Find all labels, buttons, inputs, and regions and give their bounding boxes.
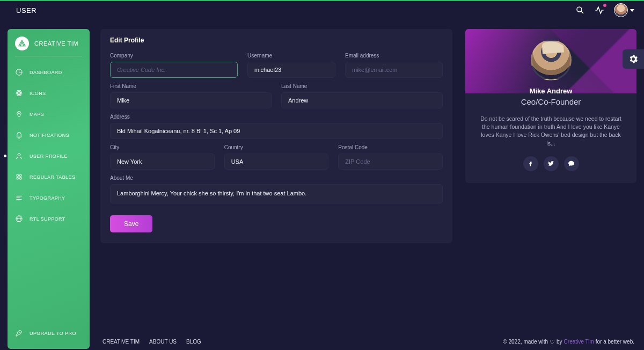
city-input[interactable]	[110, 154, 215, 170]
footer-credit-link[interactable]: Creative Tim	[564, 339, 594, 345]
svg-line-1	[581, 11, 583, 13]
email-input[interactable]	[345, 62, 443, 78]
profile-name: Mike Andrew	[530, 87, 573, 95]
sidebar-item-label: REGULAR TABLES	[30, 174, 75, 180]
sidebar-item-label: DASHBOARD	[30, 70, 62, 75]
account-menu[interactable]	[614, 3, 634, 17]
footer-links: CREATIVE TIM ABOUT US BLOG	[103, 339, 201, 345]
country-input[interactable]	[224, 154, 329, 170]
footer-link-about[interactable]: ABOUT US	[149, 339, 177, 345]
sidebar-item-label: RTL SUPPORT	[30, 216, 65, 222]
divider	[15, 56, 82, 56]
sidebar-item-label: TYPOGRAPHY	[30, 195, 65, 201]
brand-logo-icon	[15, 37, 29, 50]
settings-button[interactable]	[623, 49, 644, 69]
puzzle-icon	[15, 173, 23, 181]
sidebar-item-label: USER PROFILE	[30, 154, 68, 159]
rocket-icon	[15, 329, 23, 337]
save-button[interactable]: Save	[110, 215, 152, 232]
profile-title: Ceo/Co-Founder	[521, 97, 581, 106]
email-label: Email address	[345, 53, 443, 59]
sidebar-item-label: NOTIFICATIONS	[30, 133, 69, 138]
sidebar-item-dashboard[interactable]: DASHBOARD	[8, 62, 90, 83]
profile-socials	[523, 156, 579, 171]
footer: CREATIVE TIM ABOUT US BLOG © 2022, made …	[100, 333, 636, 349]
address-input[interactable]	[110, 123, 443, 139]
profile-bio: Do not be scared of the truth because we…	[476, 115, 626, 148]
twitter-button[interactable]	[544, 156, 559, 171]
profile-card: Mike Andrew Ceo/Co-Founder Do not be sca…	[465, 29, 636, 183]
avatar-icon	[614, 3, 628, 17]
footer-tagline: for a better web.	[596, 339, 634, 345]
footer-made: made with	[523, 339, 548, 345]
sidebar-item-label: ICONS	[30, 91, 46, 96]
sidebar-item-maps[interactable]: MAPS	[8, 104, 90, 125]
svg-point-2	[19, 93, 20, 94]
search-icon[interactable]	[575, 5, 585, 15]
company-input[interactable]	[110, 62, 238, 78]
user-icon	[15, 152, 23, 160]
globe-icon	[15, 215, 23, 223]
footer-by: by	[557, 339, 562, 345]
about-textarea[interactable]	[110, 184, 443, 203]
footer-year: © 2022,	[503, 339, 522, 345]
brand-name: CREATIVE TIM	[34, 40, 78, 47]
sidebar-item-label: MAPS	[30, 112, 44, 117]
sidebar-item-user-profile[interactable]: USER PROFILE	[8, 145, 90, 166]
main: Edit Profile Company Username Email addr…	[100, 29, 636, 349]
svg-point-0	[577, 7, 582, 12]
zip-label: Postal Code	[338, 144, 443, 150]
username-input[interactable]	[247, 62, 335, 78]
notification-dot-icon	[603, 4, 606, 7]
footer-link-blog[interactable]: BLOG	[186, 339, 201, 345]
chevron-down-icon	[630, 9, 634, 12]
lastname-label: Last Name	[281, 83, 443, 89]
bell-icon	[15, 131, 23, 139]
svg-point-6	[18, 113, 20, 114]
svg-point-14	[19, 332, 20, 333]
company-label: Company	[110, 53, 238, 59]
card-title: Edit Profile	[110, 37, 443, 44]
brand[interactable]: CREATIVE TIM	[8, 35, 90, 56]
username-label: Username	[247, 53, 335, 59]
sidebar-item-typography[interactable]: TYPOGRAPHY	[8, 187, 90, 208]
topbar: USER	[0, 1, 644, 19]
edit-profile-card: Edit Profile Company Username Email addr…	[100, 29, 452, 243]
firstname-label: First Name	[110, 83, 272, 89]
chart-pie-icon	[15, 68, 23, 76]
facebook-button[interactable]	[523, 156, 538, 171]
lastname-input[interactable]	[281, 92, 443, 108]
chat-button[interactable]	[564, 156, 579, 171]
heart-icon	[550, 339, 555, 345]
align-icon	[15, 194, 23, 202]
sidebar-item-tables[interactable]: REGULAR TABLES	[8, 166, 90, 187]
zip-input[interactable]	[338, 154, 443, 170]
footer-link-creative-tim[interactable]: CREATIVE TIM	[103, 339, 140, 345]
profile-avatar	[531, 40, 572, 81]
sidebar: CREATIVE TIM DASHBOARD ICONS MAPS NOTIFI…	[8, 29, 90, 349]
svg-point-7	[18, 154, 20, 156]
activity-icon[interactable]	[595, 5, 604, 15]
pin-icon	[15, 110, 23, 118]
sidebar-item-icons[interactable]: ICONS	[8, 83, 90, 104]
country-label: Country	[224, 144, 329, 150]
sidebar-item-notifications[interactable]: NOTIFICATIONS	[8, 125, 90, 145]
sidebar-item-rtl[interactable]: RTL SUPPORT	[8, 208, 90, 229]
about-label: About Me	[110, 175, 443, 181]
address-label: Address	[110, 114, 443, 120]
firstname-input[interactable]	[110, 92, 272, 108]
city-label: City	[110, 144, 215, 150]
sidebar-upgrade-label: UPGRADE TO PRO	[30, 331, 76, 336]
atom-icon	[15, 89, 23, 97]
sidebar-nav: DASHBOARD ICONS MAPS NOTIFICATIONS USER …	[8, 62, 90, 344]
footer-credit: © 2022, made with by Creative Tim for a …	[503, 339, 634, 345]
sidebar-upgrade[interactable]: UPGRADE TO PRO	[8, 323, 90, 344]
page-title: USER	[16, 6, 36, 14]
